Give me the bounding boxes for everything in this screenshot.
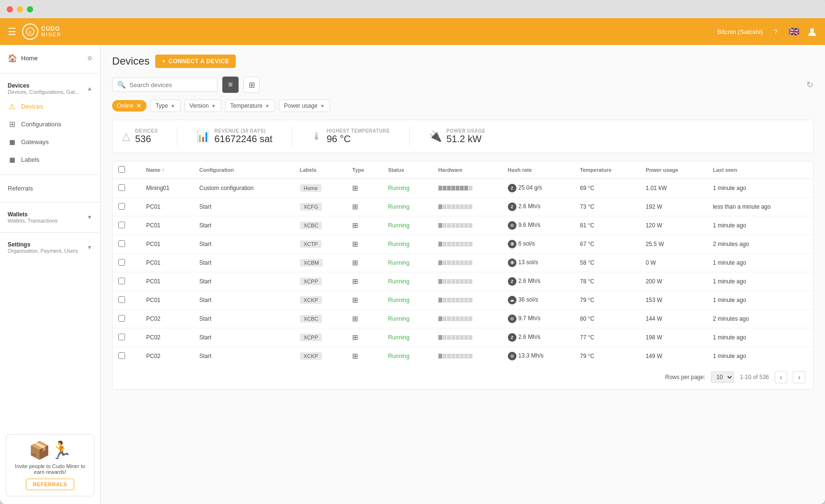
grid-view-button[interactable]: ⊞	[243, 77, 260, 93]
next-page-button[interactable]: ›	[793, 371, 805, 383]
rows-per-page-label: Rows per page:	[665, 374, 705, 381]
sidebar-settings-collapse[interactable]: ▼	[87, 244, 92, 251]
power-filter[interactable]: Power usage ▼	[279, 100, 330, 112]
windows-icon: ⊞	[352, 240, 358, 248]
temperature-arrow-icon: ▼	[265, 103, 270, 109]
stat-devices-content: DEVICES 536	[135, 128, 158, 145]
row-power: 198 W	[640, 328, 707, 347]
minimize-button[interactable]	[17, 6, 23, 12]
connect-device-button[interactable]: + CONNECT A DEVICE	[155, 55, 236, 68]
row-power: 120 W	[640, 216, 707, 235]
online-filter-tag[interactable]: Online ✕	[112, 100, 147, 112]
windows-icon: ⊞	[352, 184, 358, 192]
row-checkbox-cell	[113, 216, 140, 235]
toolbar: 🔍 ≡ ⊞ ↻	[112, 77, 814, 93]
sidebar-divider-2	[0, 174, 100, 175]
stat-divider-2	[292, 127, 292, 146]
row-label: XCKP	[294, 291, 347, 310]
close-button[interactable]	[7, 6, 13, 12]
row-hardware	[433, 179, 502, 198]
sidebar-divider-4	[0, 232, 100, 233]
windows-icon: ⊞	[352, 202, 358, 211]
row-checkbox-5[interactable]	[118, 278, 125, 284]
account-icon[interactable]	[807, 26, 817, 37]
maximize-button[interactable]	[27, 6, 33, 12]
row-temperature: 78 °C	[574, 272, 640, 291]
table-body: Mining01 Custom configuration Home ⊞ Run…	[113, 179, 813, 366]
referrals-button[interactable]: REFERRALS	[26, 479, 75, 490]
sidebar-referrals-label: Referrals	[8, 185, 33, 192]
sidebar-wallets-collapse[interactable]: ▼	[87, 214, 92, 221]
search-input[interactable]	[129, 81, 212, 89]
rows-per-page-select[interactable]: 10 25 50	[711, 371, 734, 383]
sidebar-item-gateways[interactable]: ◼ Gateways	[0, 133, 100, 151]
col-temperature: Temperature	[574, 161, 640, 179]
menu-icon[interactable]: ☰	[8, 26, 16, 37]
type-filter[interactable]: Type ▼	[150, 100, 181, 112]
sidebar-item-configurations[interactable]: ⊞ Configurations	[0, 115, 100, 133]
help-icon[interactable]: ?	[770, 26, 781, 37]
sidebar-devices-collapse[interactable]: ▲	[87, 85, 92, 92]
row-checkbox-4[interactable]	[118, 259, 125, 266]
row-hashrate: Z2.6 Mh/s	[502, 272, 574, 291]
sidebar: 🏠 Home ⚙ Devices Devices, Configurations…	[0, 45, 101, 504]
svg-text:C: C	[29, 30, 32, 34]
col-status: Status	[382, 161, 433, 179]
row-checkbox-7[interactable]	[118, 315, 125, 322]
sidebar-wallets-section: Wallets Wallets, Transactions ▼	[0, 204, 100, 230]
row-checkbox-cell	[113, 272, 140, 291]
row-checkbox-0[interactable]	[118, 184, 125, 191]
sidebar-item-referrals[interactable]: Referrals	[0, 180, 100, 196]
temperature-filter[interactable]: Temperature ▼	[225, 100, 275, 112]
sidebar-gateways-label: Gateways	[21, 138, 49, 146]
power-arrow-icon: ▼	[320, 103, 325, 109]
row-temperature: 80 °C	[574, 310, 640, 328]
row-name: PC01	[140, 216, 194, 235]
version-filter[interactable]: Version ▼	[184, 100, 221, 112]
language-icon[interactable]: 🇬🇧	[789, 26, 799, 37]
sidebar-home-section: 🏠 Home ⚙	[0, 45, 100, 71]
row-power: 0 W	[640, 254, 707, 272]
sidebar-item-home[interactable]: 🏠 Home ⚙	[0, 49, 100, 67]
row-hardware	[433, 347, 502, 366]
row-config: Custom configuration	[194, 179, 294, 198]
stats-row: △ DEVICES 536 📊 REVENUE (30 DAYS) 616722…	[112, 120, 814, 153]
windows-icon: ⊞	[352, 221, 358, 229]
online-tag-close[interactable]: ✕	[136, 102, 142, 110]
table-row: PC01 Start XCPP ⊞ Running Z2.6 Mh/s 78 °…	[113, 272, 813, 291]
refresh-button[interactable]: ↻	[806, 79, 814, 90]
table-row: PC02 Start XCBC ⊞ Running ⊙9.7 Mh/s 80 °…	[113, 310, 813, 328]
row-checkbox-3[interactable]	[118, 240, 125, 247]
row-config: Start	[194, 328, 294, 347]
sidebar-item-labels[interactable]: ◼ Labels	[0, 151, 100, 168]
row-checkbox-8[interactable]	[118, 334, 125, 340]
row-hardware	[433, 310, 502, 328]
row-power: 153 W	[640, 291, 707, 310]
sidebar-item-devices[interactable]: ⚠ Devices	[0, 98, 100, 115]
row-checkbox-6[interactable]	[118, 296, 125, 303]
row-status: Running	[382, 291, 433, 310]
row-lastseen: 1 minute ago	[707, 179, 813, 198]
temperature-stat-icon: 🌡	[311, 130, 322, 143]
stat-revenue-content: REVENUE (30 DAYS) 61672246 sat	[214, 128, 272, 145]
row-checkbox-2[interactable]	[118, 222, 125, 228]
row-label: XCKP	[294, 347, 347, 366]
row-type: ⊞	[346, 179, 382, 198]
table-row: PC01 Start XCFG ⊞ Running Z2.6 Mh/s 73 °…	[113, 198, 813, 216]
list-view-button[interactable]: ≡	[222, 77, 239, 93]
row-checkbox-9[interactable]	[118, 352, 125, 359]
row-lastseen: less than a minute ago	[707, 198, 813, 216]
row-label: XCBC	[294, 216, 347, 235]
row-label: XCPP	[294, 328, 347, 347]
prev-page-button[interactable]: ‹	[775, 371, 787, 383]
col-name[interactable]: Name ↑	[140, 161, 194, 179]
row-checkbox-1[interactable]	[118, 203, 125, 210]
app-content: ☰ C CUDO MINER Bitcoin (Satoshi)	[0, 18, 825, 504]
select-all-checkbox[interactable]	[118, 166, 125, 173]
settings-icon[interactable]: ⚙	[87, 55, 92, 62]
row-hardware	[433, 254, 502, 272]
main-layout: 🏠 Home ⚙ Devices Devices, Configurations…	[0, 45, 825, 504]
logo: C CUDO MINER	[22, 23, 61, 40]
col-checkbox	[113, 161, 140, 179]
home-icon: 🏠	[8, 54, 16, 63]
